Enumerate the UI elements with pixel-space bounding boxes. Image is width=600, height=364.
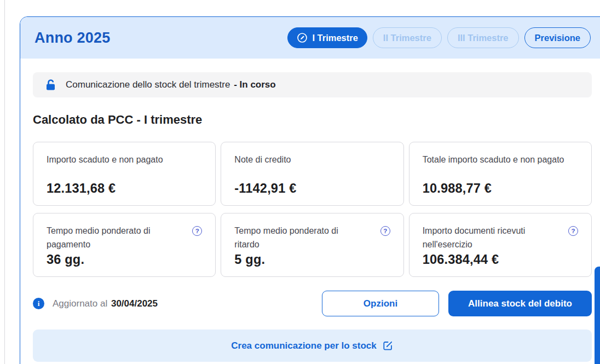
align-stock-button[interactable]: Allinea stock del debito (448, 291, 592, 316)
status-banner-text: Comunicazione dello stock del trimestre … (66, 79, 276, 90)
help-icon[interactable]: ? (192, 226, 202, 236)
tab-iii-trimestre[interactable]: III Trimestre (447, 27, 519, 48)
info-icon: i (33, 298, 44, 309)
tab-label: I Trimestre (312, 33, 357, 43)
tab-label: II Trimestre (383, 33, 431, 43)
anno-2025-card: Anno 2025 I Trimestre II Trimestre III (20, 16, 600, 364)
year-panel-screen: Anno 2025 I Trimestre II Trimestre III (0, 0, 600, 364)
actions-row: i Aggiornato al 30/04/2025 Opzioni Allin… (33, 291, 592, 316)
kpi-value: 106.384,44 € (423, 252, 578, 267)
tab-label: III Trimestre (458, 33, 509, 43)
section-title: Calcolato da PCC - I trimestre (33, 113, 592, 127)
updated-at: i Aggiornato al 30/04/2025 (33, 298, 158, 309)
kpi-tile-importo-scaduto: Importo scaduto e non pagato 12.131,68 € (33, 142, 216, 206)
updated-label: Aggiornato al 30/04/2025 (53, 298, 158, 309)
kpi-value: 36 gg. (47, 252, 202, 267)
page-title: Anno 2025 (34, 30, 110, 47)
status-badge: - In corso (234, 79, 276, 90)
kpi-tile-importo-documenti: Importo documenti ricevuti nell'esercizi… (409, 213, 592, 277)
kpi-label: Note di credito (234, 153, 291, 167)
kpi-tile-note-credito: Note di credito -1142,91 € (221, 142, 403, 206)
tab-i-trimestre[interactable]: I Trimestre (287, 27, 367, 48)
kpi-label: Totale importo scaduto e non pagato (423, 153, 564, 167)
card-header: Anno 2025 I Trimestre II Trimestre III (20, 17, 600, 59)
quarter-tabs: I Trimestre II Trimestre III Trimestre P… (287, 27, 591, 48)
status-banner: Comunicazione dello stock del trimestre … (33, 72, 592, 97)
kpi-grid: Importo scaduto e non pagato 12.131,68 €… (33, 142, 592, 277)
tab-label: Previsione (535, 33, 580, 43)
tab-previsione[interactable]: Previsione (524, 27, 591, 48)
kpi-label: Tempo medio ponderato di ritardo (234, 224, 365, 252)
kpi-tile-tempo-ritardo: Tempo medio ponderato di ritardo ? 5 gg. (221, 213, 403, 277)
create-communication-link[interactable]: Crea comunicazione per lo stock (33, 330, 592, 362)
lock-open-icon (45, 78, 57, 91)
help-icon[interactable]: ? (568, 226, 578, 236)
kpi-label: Tempo medio ponderato di pagamento (47, 224, 177, 252)
create-communication-label: Crea comunicazione per lo stock (231, 340, 376, 351)
card-body: Comunicazione dello stock del trimestre … (20, 59, 592, 362)
page-left-divider (4, 0, 5, 364)
kpi-label: Importo documenti ricevuti nell'esercizi… (423, 224, 553, 252)
kpi-value: 10.988,77 € (423, 181, 578, 196)
compose-icon (382, 340, 394, 351)
edit-icon (297, 32, 308, 43)
kpi-value: -1142,91 € (234, 181, 390, 196)
kpi-value: 12.131,68 € (47, 181, 202, 196)
kpi-tile-totale-importo: Totale importo scaduto e non pagato 10.9… (409, 142, 592, 206)
kpi-tile-tempo-pagamento: Tempo medio ponderato di pagamento ? 36 … (33, 213, 216, 277)
right-edge-scroll-thumb[interactable] (595, 267, 600, 364)
help-icon[interactable]: ? (380, 226, 390, 236)
kpi-label: Importo scaduto e non pagato (47, 153, 163, 167)
options-button[interactable]: Opzioni (322, 291, 439, 316)
tab-ii-trimestre[interactable]: II Trimestre (373, 27, 442, 48)
kpi-value: 5 gg. (234, 252, 390, 267)
updated-date: 30/04/2025 (111, 298, 158, 309)
